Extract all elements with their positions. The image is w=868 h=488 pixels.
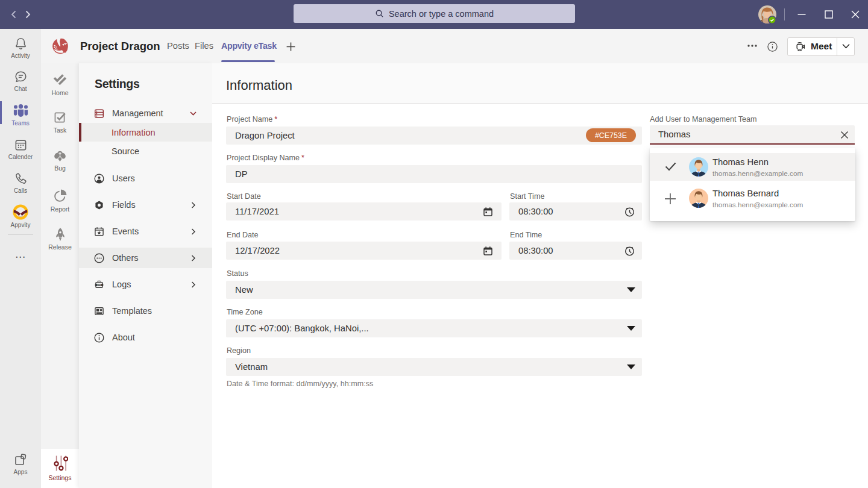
svg-text:LOG: LOG — [97, 284, 102, 286]
